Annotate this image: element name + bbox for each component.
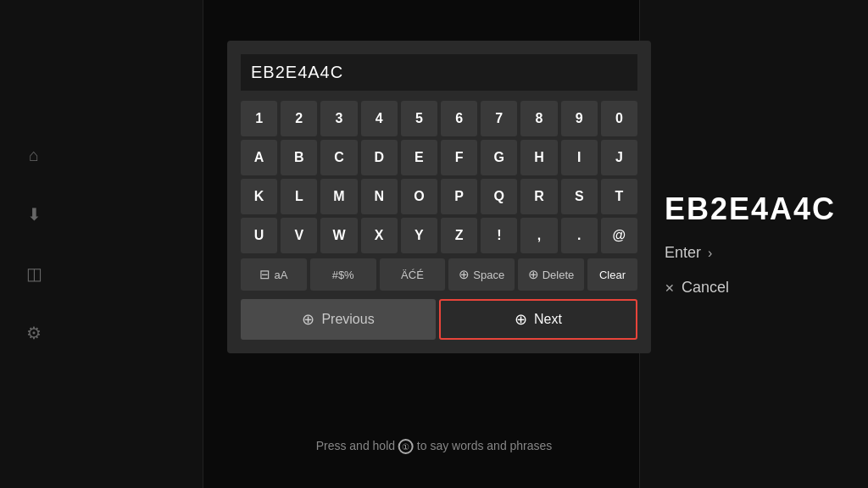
key-g[interactable]: G <box>481 140 517 175</box>
number-row: 1 2 3 4 5 6 7 8 9 0 <box>241 101 637 136</box>
key-o[interactable]: O <box>401 179 437 214</box>
space-button[interactable]: ⊕ Space <box>448 258 515 291</box>
key-w[interactable]: W <box>320 218 357 253</box>
key-q[interactable]: Q <box>481 179 517 214</box>
key-x[interactable]: X <box>361 218 398 253</box>
key-v[interactable]: V <box>281 218 317 253</box>
hint-text-after: to say words and phrases <box>417 439 553 452</box>
key-z[interactable]: Z <box>441 218 477 253</box>
voice-hint-icon: ① <box>398 439 414 454</box>
key-f[interactable]: F <box>441 140 477 175</box>
delete-button[interactable]: ⊕ Delete <box>518 258 584 291</box>
cancel-button[interactable]: ✕ Cancel <box>665 279 729 297</box>
settings-icon[interactable]: ⚙ <box>21 320 47 346</box>
cancel-label: Cancel <box>682 279 729 297</box>
previous-button[interactable]: ⊕ Previous <box>241 299 436 340</box>
key-2[interactable]: 2 <box>281 101 317 136</box>
previous-icon: ⊕ <box>302 310 314 329</box>
delete-label: Delete <box>542 269 575 281</box>
keyboard: 1 2 3 4 5 6 7 8 9 0 A B C D E F G H I J … <box>241 101 637 340</box>
download-icon[interactable]: ⬇ <box>21 202 47 227</box>
sidebar: ⌂ ⬇ ◫ ⚙ <box>0 0 68 488</box>
accents-button[interactable]: ÄĆÉ <box>380 258 446 291</box>
key-n[interactable]: N <box>361 179 398 214</box>
key-exclaim[interactable]: ! <box>481 218 517 253</box>
key-t[interactable]: T <box>601 179 637 214</box>
key-i[interactable]: I <box>561 140 598 175</box>
next-icon: ⊕ <box>515 310 527 329</box>
row-u-at: U V W X Y Z ! , . @ <box>241 218 637 253</box>
symbols-label: #$% <box>332 269 354 281</box>
key-a[interactable]: A <box>241 140 277 175</box>
toggle-case-button[interactable]: ⊟ aA <box>241 258 307 291</box>
key-p[interactable]: P <box>441 179 477 214</box>
key-8[interactable]: 8 <box>520 101 557 136</box>
text-input[interactable] <box>241 54 637 91</box>
previous-label: Previous <box>321 312 374 327</box>
clear-label: Clear <box>599 269 626 281</box>
key-h[interactable]: H <box>520 140 557 175</box>
accents-label: ÄĆÉ <box>401 269 424 281</box>
key-6[interactable]: 6 <box>441 101 477 136</box>
key-y[interactable]: Y <box>401 218 437 253</box>
key-comma[interactable]: , <box>520 218 557 253</box>
right-display-text: EB2E4A4C <box>665 191 836 227</box>
nav-row: ⊕ Previous ⊕ Next <box>241 299 637 340</box>
key-j[interactable]: J <box>601 140 637 175</box>
key-d[interactable]: D <box>361 140 398 175</box>
next-label: Next <box>534 312 562 327</box>
hint-bar: Press and hold ① to say words and phrase… <box>316 439 553 454</box>
key-m[interactable]: M <box>320 179 357 214</box>
key-1[interactable]: 1 <box>241 101 277 136</box>
keyboard-dialog: 1 2 3 4 5 6 7 8 9 0 A B C D E F G H I J … <box>227 41 651 353</box>
clear-button[interactable]: Clear <box>587 258 637 291</box>
enter-button[interactable]: Enter › <box>665 244 712 262</box>
next-button[interactable]: ⊕ Next <box>439 299 637 340</box>
row-kt: K L M N O P Q R S T <box>241 179 637 214</box>
key-3[interactable]: 3 <box>320 101 357 136</box>
toggle-case-icon: ⊟ <box>259 267 270 282</box>
key-e[interactable]: E <box>401 140 437 175</box>
home-icon[interactable]: ⌂ <box>21 142 47 168</box>
key-0[interactable]: 0 <box>601 101 637 136</box>
key-s[interactable]: S <box>561 179 598 214</box>
x-icon: ✕ <box>665 281 675 295</box>
key-r[interactable]: R <box>520 179 557 214</box>
key-k[interactable]: K <box>241 179 277 214</box>
key-u[interactable]: U <box>241 218 277 253</box>
space-icon: ⊕ <box>459 267 470 282</box>
chevron-right-icon: › <box>708 246 712 261</box>
key-5[interactable]: 5 <box>401 101 437 136</box>
key-l[interactable]: L <box>281 179 317 214</box>
delete-icon: ⊕ <box>528 267 539 282</box>
key-7[interactable]: 7 <box>481 101 517 136</box>
key-4[interactable]: 4 <box>361 101 398 136</box>
right-info-panel: EB2E4A4C Enter › ✕ Cancel <box>639 0 868 488</box>
key-at[interactable]: @ <box>601 218 637 253</box>
enter-label: Enter <box>665 244 701 262</box>
hint-text-before: Press and hold <box>316 439 395 452</box>
gift-icon[interactable]: ◫ <box>21 261 47 286</box>
key-b[interactable]: B <box>281 140 317 175</box>
row-aj: A B C D E F G H I J <box>241 140 637 175</box>
toggle-case-label: aA <box>274 269 287 281</box>
symbols-button[interactable]: #$% <box>310 258 376 291</box>
special-row: ⊟ aA #$% ÄĆÉ ⊕ Space ⊕ Delete Clear <box>241 258 637 291</box>
space-label: Space <box>473 269 504 281</box>
key-period[interactable]: . <box>561 218 598 253</box>
key-c[interactable]: C <box>320 140 357 175</box>
key-9[interactable]: 9 <box>561 101 598 136</box>
